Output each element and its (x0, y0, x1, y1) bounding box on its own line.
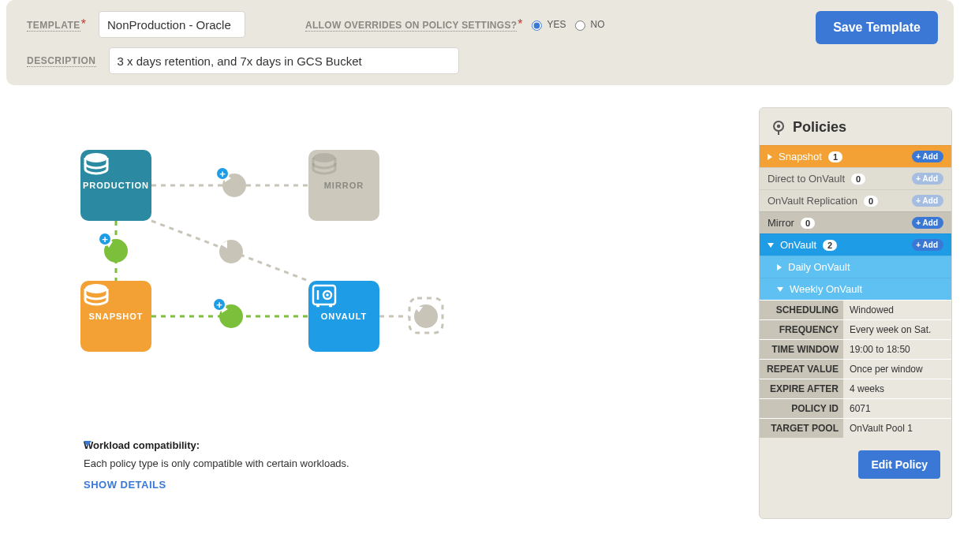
main-area: PRODUCTION MIRROR SNAPSHOT (0, 93, 960, 519)
database-icon (80, 150, 112, 181)
svg-marker-19 (415, 307, 423, 312)
add-mirror-button[interactable]: + Add (912, 217, 943, 229)
count-badge: 2 (823, 240, 837, 251)
count-badge: 0 (801, 218, 815, 229)
save-template-button[interactable]: Save Template (816, 11, 938, 44)
detail-row: TARGET POOLOnVault Pool 1 (760, 418, 951, 438)
policies-panel: Policies Snapshot 1 + Add Direct to OnVa… (759, 107, 952, 519)
chevron-down-icon (84, 439, 92, 447)
detail-row: EXPIRE AFTER4 weeks (760, 379, 951, 398)
svg-point-22 (777, 124, 780, 127)
policy-group-onvault[interactable]: OnVault 2 + Add (760, 233, 951, 256)
show-details-link[interactable]: SHOW DETAILS (84, 479, 349, 491)
policy-details: SCHEDULINGWindowed FREQUENCYEvery week o… (760, 300, 951, 438)
detail-row: SCHEDULINGWindowed (760, 300, 951, 319)
override-block: ALLOW OVERRIDES ON POLICY SETTINGS?* YES… (305, 17, 605, 32)
policy-daily-onvault[interactable]: Daily OnVault (760, 256, 951, 278)
svg-point-8 (85, 284, 107, 293)
add-snapshot-button[interactable]: + Add (912, 151, 943, 162)
description-input[interactable] (109, 47, 459, 74)
edit-policy-button[interactable]: Edit Policy (858, 450, 940, 479)
count-badge: 0 (851, 174, 865, 185)
add-repl-button[interactable]: + Add (912, 195, 943, 207)
svg-marker-17 (221, 241, 227, 248)
chevron-right-icon (768, 154, 772, 160)
topology-canvas: PRODUCTION MIRROR SNAPSHOT (0, 93, 759, 519)
detail-row: POLICY ID6071 (760, 398, 951, 418)
node-snapshot[interactable]: SNAPSHOT (80, 281, 151, 352)
template-field-label: TEMPLATE* (27, 17, 86, 32)
policy-group-onvault-replication[interactable]: OnVault Replication 0 + Add (760, 189, 951, 211)
play-left-icon (219, 240, 229, 249)
node-onvault[interactable]: ONVAULT (308, 281, 379, 352)
policy-group-snapshot[interactable]: Snapshot 1 + Add (760, 145, 951, 167)
add-direct-button[interactable]: + Add (912, 173, 943, 185)
database-icon (80, 281, 112, 312)
svg-marker-20 (84, 441, 92, 446)
pin-icon (771, 120, 786, 136)
chevron-right-icon (777, 264, 782, 271)
svg-point-7 (313, 153, 335, 162)
policy-group-mirror[interactable]: Mirror 0 + Add (760, 211, 951, 233)
header-row-description: DESCRIPTION (27, 47, 938, 74)
svg-point-6 (85, 153, 107, 162)
policy-group-direct-onvault[interactable]: Direct to OnVault 0 + Add (760, 167, 951, 189)
node-mirror[interactable]: MIRROR (308, 150, 379, 221)
connector-dropdown[interactable] (414, 304, 438, 328)
override-label: ALLOW OVERRIDES ON POLICY SETTINGS?* (305, 17, 523, 32)
workload-title: Workload compatibility: (84, 439, 349, 451)
add-policy-badge[interactable]: + (215, 166, 230, 181)
detail-row: REPEAT VALUEOnce per window (760, 359, 951, 379)
svg-point-11 (326, 293, 329, 297)
chevron-down-icon (777, 287, 783, 292)
header-row-template: TEMPLATE* ALLOW OVERRIDES ON POLICY SETT… (27, 11, 938, 38)
vault-icon (308, 281, 340, 312)
workload-sub: Each policy type is only compatible with… (84, 457, 349, 469)
count-badge: 0 (864, 196, 878, 207)
template-name-input[interactable] (99, 11, 245, 38)
detail-row: TIME WINDOW19:00 to 18:50 (760, 339, 951, 359)
add-policy-badge[interactable]: + (212, 297, 226, 312)
policies-header: Policies (760, 108, 951, 145)
add-policy-badge[interactable]: + (98, 232, 112, 246)
add-onvault-button[interactable]: + Add (912, 239, 943, 251)
chevron-down-icon (414, 304, 424, 314)
override-no[interactable]: NO (571, 18, 605, 31)
policy-weekly-onvault[interactable]: Weekly OnVault (760, 278, 951, 300)
override-yes[interactable]: YES (528, 18, 566, 31)
template-header: TEMPLATE* ALLOW OVERRIDES ON POLICY SETT… (6, 0, 954, 85)
edit-policy-wrap: Edit Policy (760, 438, 951, 495)
count-badge: 1 (828, 151, 842, 162)
chevron-down-icon (768, 243, 774, 248)
database-icon (308, 150, 340, 181)
node-production[interactable]: PRODUCTION (80, 150, 151, 221)
connector-play-diag[interactable] (219, 240, 243, 263)
workload-compat: Workload compatibility: Each policy type… (84, 439, 349, 491)
description-field-label: DESCRIPTION (27, 55, 96, 67)
detail-row: FREQUENCYEvery week on Sat. (760, 319, 951, 339)
